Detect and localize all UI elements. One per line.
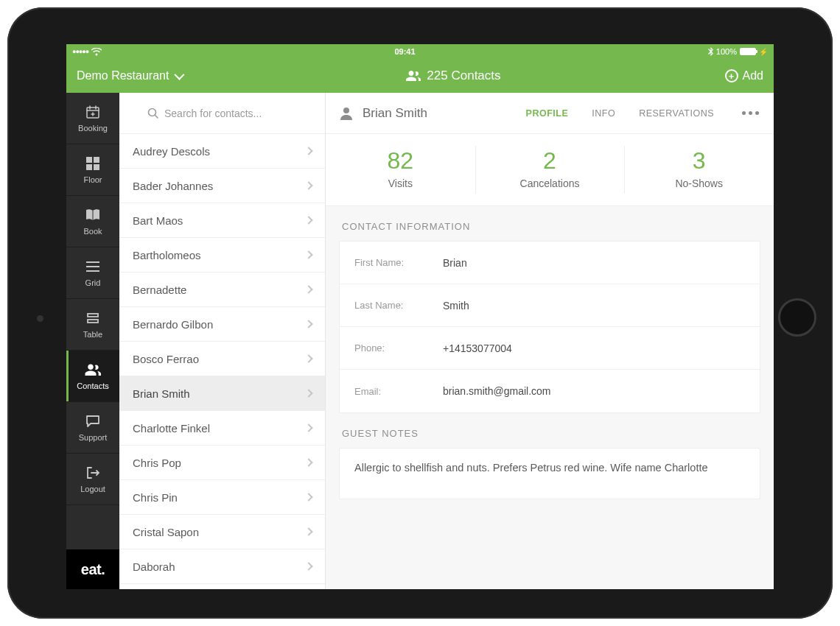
contact-row[interactable]: Brian Smith [119,376,325,411]
contact-row[interactable]: Charlotte Finkel [119,411,325,446]
contact-list-panel: Audrey DescolsBader JohannesBart MaosBar… [119,93,326,589]
info-row-email: Email: brian.smith@gmail.com [340,370,760,412]
contact-row[interactable]: Audrey Descols [119,134,325,169]
svg-rect-5 [88,314,98,317]
search-input[interactable] [164,108,297,119]
svg-point-8 [343,108,349,113]
info-value: Brian [443,257,467,269]
contact-row[interactable]: Bernardo Gilbon [119,307,325,342]
app-header: Demo Restaurant 225 Contacts + Add [66,59,774,93]
chevron-down-icon [175,70,185,80]
tab-profile[interactable]: PROFILE [526,108,569,119]
chevron-right-icon [304,285,312,293]
people-icon [406,71,421,81]
sidebar-item-floor[interactable]: Floor [66,144,119,196]
brand-logo: eat. [66,549,119,589]
chevron-right-icon [304,389,312,397]
status-bar: ●●●●● 09:41 100% ⚡ [66,44,774,59]
contact-row[interactable]: Bader Johannes [119,169,325,203]
contact-name: Brian Smith [363,106,427,121]
info-value: Smith [443,300,469,312]
info-row-phone: Phone: +14153077004 [340,327,760,370]
chevron-right-icon [304,562,312,570]
chevron-right-icon [304,493,312,501]
contact-row-name: Bosco Ferrao [133,353,199,365]
contact-row[interactable]: Bernadette [119,272,325,307]
plus-circle-icon: + [725,69,738,82]
info-row-last-name: Last Name: Smith [340,284,760,327]
sidebar-item-booking[interactable]: Booking [66,93,119,144]
sidebar-item-label: Book [83,227,102,236]
stat-value: 2 [475,147,625,175]
contact-row[interactable]: Bartholomeos [119,238,325,272]
more-menu[interactable] [742,111,759,115]
sidebar-item-contacts[interactable]: Contacts [66,351,119,402]
contact-row-name: Audrey Descols [133,145,210,158]
contact-info-card: First Name: Brian Last Name: Smith Phone… [339,241,760,413]
contact-row-name: Bader Johannes [133,180,213,192]
tablet-frame: ●●●●● 09:41 100% ⚡ Demo Restaurant [7,7,833,619]
contact-row[interactable]: Bosco Ferrao [119,342,325,376]
search-icon [147,108,158,119]
sidebar-item-label: Contacts [77,381,108,390]
contact-row-name: Cristal Sapon [133,526,199,538]
info-value: +14153077004 [443,342,512,354]
contact-row[interactable]: Chris Pin [119,480,325,515]
stat-value: 3 [624,147,774,175]
battery-icon [740,48,756,55]
contact-row[interactable]: Cristal Sapon [119,515,325,549]
chevron-right-icon [304,354,312,362]
detail-header: Brian Smith PROFILE INFO RESERVATIONS [326,93,774,134]
status-time: 09:41 [394,47,415,56]
contact-row[interactable]: Daborah [119,549,325,584]
tab-reservations[interactable]: RESERVATIONS [639,108,714,119]
sidebar-item-label: Support [79,433,108,442]
battery-text: 100% [716,47,737,56]
chevron-right-icon [304,250,312,259]
guest-notes-text: Allergic to shellfish and nuts. Prefers … [354,462,708,474]
section-title-notes: GUEST NOTES [326,413,774,448]
contact-row[interactable]: Bart Maos [119,203,325,238]
info-label: Phone: [354,342,443,354]
person-icon [340,107,352,120]
info-label: Email: [354,386,443,397]
chevron-right-icon [304,458,312,466]
chevron-right-icon [304,147,312,155]
home-button[interactable] [778,298,816,337]
add-button[interactable]: + Add [725,69,763,82]
chevron-right-icon [304,527,312,535]
contact-row-name: Bernadette [133,284,186,296]
contact-row[interactable]: Chris Pop [119,446,325,480]
stats-row: 82 Visits 2 Cancelations 3 No-Shows [326,134,774,206]
contact-row-name: Daborah [133,560,175,573]
svg-rect-6 [88,320,98,323]
sidebar-item-book[interactable]: Book [66,196,119,247]
logout-icon [85,465,100,481]
tab-info[interactable]: INFO [592,108,615,119]
sidebar-item-table[interactable]: Table [66,299,119,351]
add-label: Add [743,69,763,82]
contacts-count: 225 Contacts [427,68,500,83]
search-row[interactable] [119,93,325,134]
sidebar-item-support[interactable]: Support [66,402,119,454]
stat-label: No-Shows [624,177,774,189]
header-title: 225 Contacts [406,68,500,83]
stat-label: Visits [326,177,475,189]
svg-rect-1 [86,157,92,163]
chat-icon [85,413,100,429]
stat-label: Cancelations [475,177,625,189]
contact-row-name: Bartholomeos [133,249,201,261]
restaurant-selector[interactable]: Demo Restaurant [77,69,182,82]
svg-rect-3 [86,164,92,170]
contact-list[interactable]: Audrey DescolsBader JohannesBart MaosBar… [119,134,325,589]
sidebar-item-logout[interactable]: Logout [66,454,119,505]
sidebar-item-grid[interactable]: Grid [66,247,119,299]
dot-icon [742,111,746,115]
guest-notes-card[interactable]: Allergic to shellfish and nuts. Prefers … [339,448,760,499]
contact-row-name: Charlotte Finkel [133,422,210,435]
info-label: First Name: [354,257,443,268]
detail-panel: Brian Smith PROFILE INFO RESERVATIONS [326,93,774,589]
charging-icon: ⚡ [759,48,768,56]
contact-row-name: Brian Smith [133,387,190,400]
stat-noshows: 3 No-Shows [624,134,774,205]
